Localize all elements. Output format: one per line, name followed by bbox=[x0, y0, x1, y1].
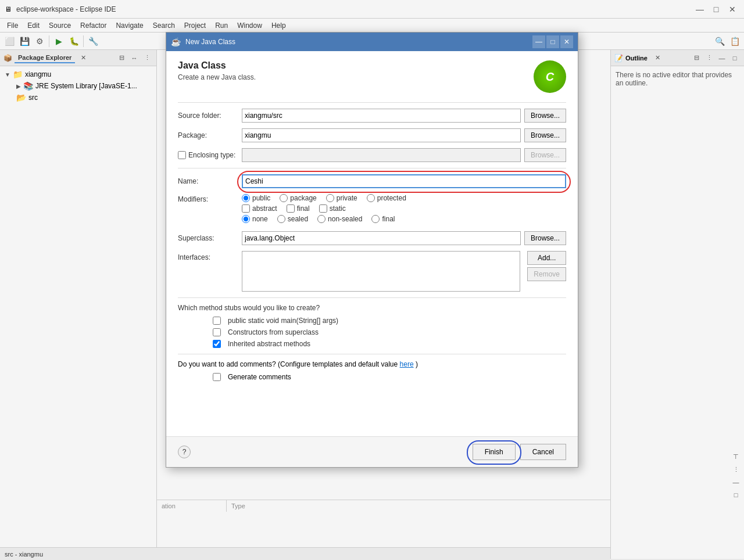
dialog-icon: ☕ bbox=[171, 37, 181, 46]
dialog-minimize-button[interactable]: — bbox=[532, 35, 545, 48]
modifier-final-text: final bbox=[297, 204, 310, 213]
comments-here-link[interactable]: here bbox=[400, 360, 414, 368]
modifier-none-text: none bbox=[252, 215, 268, 223]
method-stub-constructor-checkbox[interactable] bbox=[213, 328, 221, 336]
superclass-label: Superclass: bbox=[178, 234, 242, 242]
modifier-private-text: private bbox=[337, 194, 357, 202]
dialog-heading: Java Class bbox=[178, 60, 256, 71]
dialog-footer: ? Finish Cancel bbox=[166, 436, 578, 467]
source-folder-row: Source folder: Browse... bbox=[178, 109, 566, 123]
interfaces-buttons: Add... Remove bbox=[524, 251, 566, 281]
modifier-package-radio[interactable] bbox=[280, 194, 288, 202]
method-stub-main-label[interactable]: public static void main(String[] args) bbox=[228, 317, 338, 325]
modifier-final-label[interactable]: final bbox=[287, 204, 310, 213]
modifier-final-checkbox[interactable] bbox=[287, 204, 295, 213]
modifier-sealed-label[interactable]: sealed bbox=[277, 215, 308, 223]
method-stub-main-checkbox[interactable] bbox=[213, 317, 221, 325]
modifier-package-label[interactable]: package bbox=[280, 194, 316, 202]
dialog-close-button[interactable]: ✕ bbox=[560, 35, 573, 48]
dialog-overlay: ☕ New Java Class — □ ✕ Java Class Create… bbox=[0, 0, 744, 560]
modifier-public-label[interactable]: public bbox=[242, 194, 270, 202]
package-browse-button[interactable]: Browse... bbox=[524, 128, 566, 142]
modifiers-label: Modifiers: bbox=[178, 194, 242, 203]
modifier-abstract-checkbox[interactable] bbox=[242, 204, 250, 213]
modifier-nonsealed-label[interactable]: non-sealed bbox=[317, 215, 362, 223]
cancel-button[interactable]: Cancel bbox=[520, 444, 566, 460]
modifier-package-text: package bbox=[290, 194, 316, 202]
interfaces-add-button[interactable]: Add... bbox=[527, 251, 566, 265]
modifier-protected-radio[interactable] bbox=[367, 194, 375, 202]
modifier-protected-text: protected bbox=[377, 194, 406, 202]
divider-1 bbox=[178, 102, 566, 103]
interfaces-label: Interfaces: bbox=[178, 251, 242, 261]
divider-2 bbox=[178, 168, 566, 168]
modifier-abstract-label[interactable]: abstract bbox=[242, 204, 277, 213]
modifier-abstract-text: abstract bbox=[252, 204, 277, 213]
method-stub-inherited-label[interactable]: Inherited abstract methods bbox=[228, 340, 310, 348]
comments-section: Do you want to add comments? (Configure … bbox=[178, 360, 566, 381]
generate-comments-row: Generate comments bbox=[178, 373, 566, 381]
interfaces-remove-button: Remove bbox=[527, 267, 566, 281]
generate-comments-checkbox[interactable] bbox=[213, 373, 221, 381]
modifier-private-radio[interactable] bbox=[326, 194, 334, 202]
enclosing-type-checkbox-wrapper: Enclosing type: bbox=[178, 151, 242, 159]
package-label: Package: bbox=[178, 131, 242, 139]
java-logo-text: C bbox=[546, 70, 554, 84]
modifier-static-text: static bbox=[330, 204, 346, 213]
modifier-sealed-radio[interactable] bbox=[277, 215, 285, 223]
modifier-final2-label[interactable]: final bbox=[371, 215, 395, 223]
method-stub-constructor-row: Constructors from superclass bbox=[178, 328, 566, 336]
modifiers-section: Modifiers: public package bbox=[178, 194, 566, 225]
modifier-sealed-text: sealed bbox=[288, 215, 308, 223]
generate-comments-label[interactable]: Generate comments bbox=[228, 373, 291, 381]
name-field-wrapper bbox=[242, 174, 566, 188]
help-icon[interactable]: ? bbox=[178, 446, 191, 458]
modifier-public-radio[interactable] bbox=[242, 194, 250, 202]
comments-question-text: Do you want to add comments? (Configure … bbox=[178, 360, 398, 368]
name-row: Name: bbox=[178, 174, 566, 188]
superclass-browse-button[interactable]: Browse... bbox=[524, 231, 566, 245]
enclosing-type-input[interactable] bbox=[242, 148, 521, 162]
dialog-title-text: New Java Class bbox=[185, 38, 528, 46]
dialog-title-controls: — □ ✕ bbox=[532, 35, 573, 48]
method-stubs-section: Which method stubs would you like to cre… bbox=[178, 304, 566, 348]
name-input[interactable] bbox=[242, 174, 566, 188]
dialog-body: Java Class Create a new Java class. C So… bbox=[166, 51, 578, 436]
modifiers-visibility-row: public package private protected bbox=[242, 194, 566, 202]
enclosing-type-checkbox[interactable] bbox=[178, 151, 186, 159]
new-java-class-dialog: ☕ New Java Class — □ ✕ Java Class Create… bbox=[166, 32, 578, 468]
comments-close-paren: ) bbox=[416, 360, 418, 368]
modifier-static-checkbox[interactable] bbox=[319, 204, 327, 213]
enclosing-type-browse-button: Browse... bbox=[524, 148, 566, 162]
modifier-private-label[interactable]: private bbox=[326, 194, 357, 202]
package-input[interactable] bbox=[242, 128, 521, 142]
modifier-nonsealed-radio[interactable] bbox=[317, 215, 326, 223]
interfaces-textarea[interactable] bbox=[242, 251, 520, 292]
interfaces-row: Interfaces: Add... Remove bbox=[178, 251, 566, 292]
method-stub-constructor-label[interactable]: Constructors from superclass bbox=[228, 328, 319, 336]
source-folder-label: Source folder: bbox=[178, 112, 242, 120]
finish-button[interactable]: Finish bbox=[473, 444, 516, 460]
superclass-input[interactable] bbox=[242, 231, 521, 245]
modifier-none-label[interactable]: none bbox=[242, 215, 268, 223]
modifier-none-radio[interactable] bbox=[242, 215, 250, 223]
modifier-static-label[interactable]: static bbox=[319, 204, 346, 213]
package-row: Package: Browse... bbox=[178, 128, 566, 142]
method-stub-main-row: public static void main(String[] args) bbox=[178, 317, 566, 325]
dialog-maximize-button[interactable]: □ bbox=[546, 35, 559, 48]
source-folder-input[interactable] bbox=[242, 109, 521, 123]
method-stub-inherited-checkbox[interactable] bbox=[213, 340, 221, 348]
enclosing-type-row: Enclosing type: Browse... bbox=[178, 148, 566, 162]
modifier-protected-label[interactable]: protected bbox=[367, 194, 406, 202]
comments-question: Do you want to add comments? (Configure … bbox=[178, 360, 566, 368]
finish-button-wrapper: Finish bbox=[473, 444, 516, 460]
dialog-header-section: Java Class Create a new Java class. C bbox=[178, 60, 566, 93]
modifier-final2-radio[interactable] bbox=[371, 215, 380, 223]
modifiers-inheritance-row: none sealed non-sealed final bbox=[242, 215, 566, 223]
divider-3 bbox=[178, 297, 566, 298]
source-folder-browse-button[interactable]: Browse... bbox=[524, 109, 566, 123]
modifiers-content: public package private protected bbox=[242, 194, 566, 225]
enclosing-type-label[interactable]: Enclosing type: bbox=[188, 151, 235, 159]
dialog-subheading: Create a new Java class. bbox=[178, 73, 256, 81]
method-stubs-question: Which method stubs would you like to cre… bbox=[178, 304, 566, 312]
